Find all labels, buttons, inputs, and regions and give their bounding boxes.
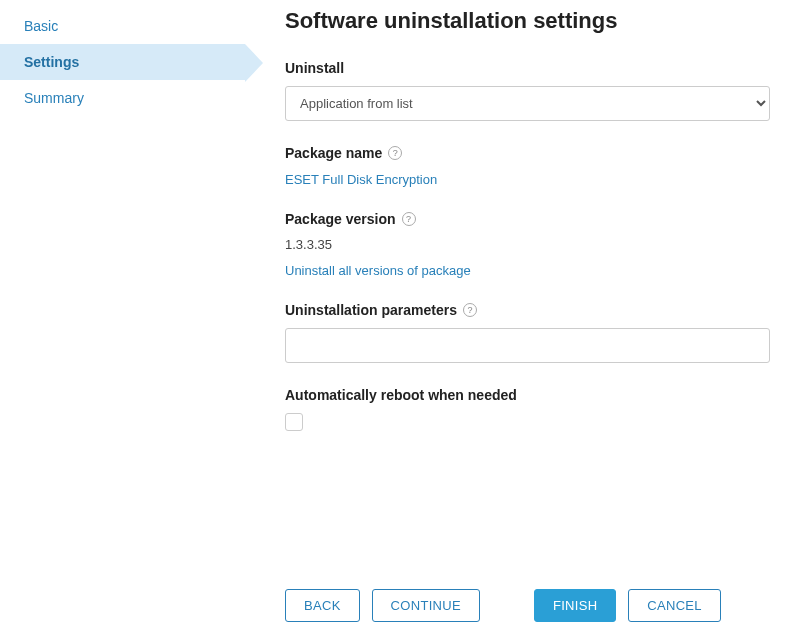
sidebar-item-summary[interactable]: Summary	[0, 80, 245, 116]
sidebar-item-settings[interactable]: Settings	[0, 44, 245, 80]
auto-reboot-label: Automatically reboot when needed	[285, 387, 770, 403]
auto-reboot-checkbox[interactable]	[285, 413, 303, 431]
field-uninstall: Uninstall Application from list	[285, 60, 770, 121]
main-panel: Software uninstallation settings Uninsta…	[245, 0, 790, 577]
uninstall-select[interactable]: Application from list	[285, 86, 770, 121]
uninstall-params-input[interactable]	[285, 328, 770, 363]
sidebar: Basic Settings Summary	[0, 0, 245, 577]
page-title: Software uninstallation settings	[285, 8, 770, 34]
package-version-label: Package version	[285, 211, 396, 227]
continue-button[interactable]: CONTINUE	[372, 589, 480, 622]
field-package-version: Package version ? 1.3.3.35 Uninstall all…	[285, 211, 770, 278]
back-button[interactable]: BACK	[285, 589, 360, 622]
cancel-button[interactable]: CANCEL	[628, 589, 721, 622]
uninstall-params-label: Uninstallation parameters	[285, 302, 457, 318]
package-name-link[interactable]: ESET Full Disk Encryption	[285, 172, 437, 187]
help-icon[interactable]: ?	[402, 212, 416, 226]
field-auto-reboot: Automatically reboot when needed	[285, 387, 770, 431]
footer: BACK CONTINUE FINISH CANCEL	[0, 577, 790, 640]
sidebar-item-basic[interactable]: Basic	[0, 8, 245, 44]
finish-button[interactable]: FINISH	[534, 589, 616, 622]
help-icon[interactable]: ?	[463, 303, 477, 317]
help-icon[interactable]: ?	[388, 146, 402, 160]
field-package-name: Package name ? ESET Full Disk Encryption	[285, 145, 770, 187]
uninstall-all-versions-link[interactable]: Uninstall all versions of package	[285, 263, 471, 278]
field-uninstall-params: Uninstallation parameters ?	[285, 302, 770, 363]
uninstall-label: Uninstall	[285, 60, 770, 76]
package-name-label: Package name	[285, 145, 382, 161]
package-version-value: 1.3.3.35	[285, 237, 770, 252]
